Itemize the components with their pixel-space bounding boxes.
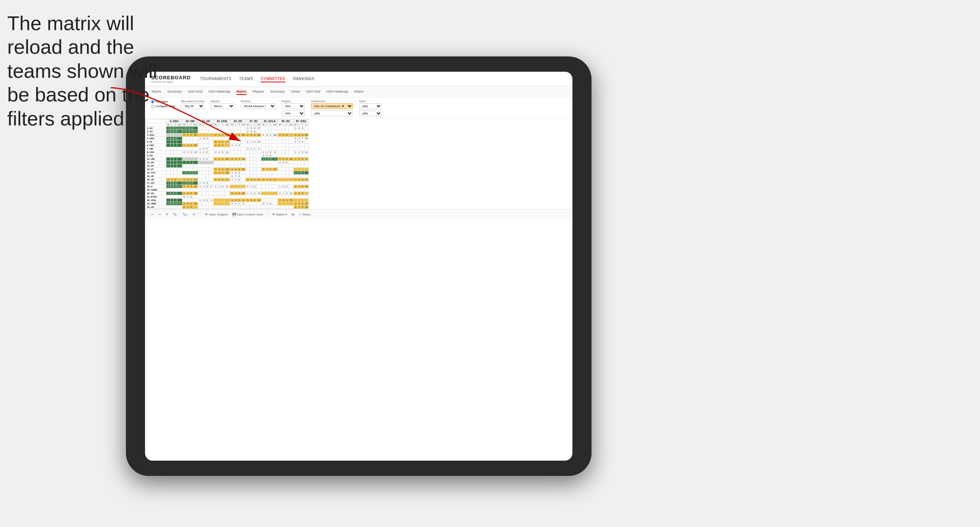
refresh-button[interactable]: ⏱ (192, 213, 195, 216)
matrix-cell-w (293, 188, 298, 192)
matrix-cell-w: 1 (293, 127, 298, 130)
matrix-cell-l: 1 (266, 202, 269, 206)
matrix-cell-t (205, 192, 209, 195)
matrix-cell-w (261, 140, 266, 144)
matrix-cell-dif (289, 206, 293, 209)
matrix-cell-dif (289, 161, 293, 164)
matrix-cell-dif (177, 199, 182, 202)
table-row: 11. UA340 (145, 161, 309, 164)
region-select[interactable]: N/A East West (282, 103, 305, 109)
matrix-cell-dif (177, 195, 182, 199)
matrix-cell-dif (304, 192, 309, 195)
matrix-cell-t (269, 185, 272, 188)
matrix-cell-w: 1 (293, 178, 298, 182)
zoom-in-button[interactable]: 🔍+ (182, 213, 188, 216)
matrix-cell-dif (177, 161, 182, 164)
matrix-cell-l (282, 206, 285, 209)
matrix-cell-t: 0 (237, 175, 241, 178)
save-custom-button[interactable]: 💾 Save Custom View (232, 213, 263, 216)
matrix-cell-t (221, 164, 224, 168)
watch-button[interactable]: 👁 Watch ▾ (272, 213, 287, 216)
matrix-cell-dif (224, 199, 230, 202)
matrix-cell-dif (256, 137, 261, 140)
matrix-cell-dif (272, 130, 278, 133)
matrix-cell-t (205, 168, 209, 171)
matrix-cell-w (246, 171, 250, 175)
team-select[interactable]: (All) (359, 103, 382, 109)
matrix-cell-w (278, 127, 282, 130)
matrix-cell-l: 0 (186, 202, 190, 206)
matrix-cell-w: 0 (166, 192, 171, 195)
matrix-cell-t (221, 175, 224, 178)
matrix-cell-dif (193, 161, 198, 164)
matrix-cell-dif (224, 206, 230, 209)
share-button[interactable]: ↗ Share (299, 213, 311, 216)
redo-button[interactable]: ↪ (158, 213, 161, 216)
matrix-cell-l (170, 199, 174, 202)
group-button[interactable]: ⊞ (292, 213, 294, 216)
reset-button[interactable]: ↺ (166, 213, 168, 216)
matrix-cell-t (301, 168, 304, 171)
undo-button[interactable]: ↩ (151, 213, 154, 216)
matrix-cell-t (253, 202, 256, 206)
matrix-cell-dif (177, 171, 182, 175)
nav-committee[interactable]: COMMITTEE (261, 76, 285, 82)
matrix-cell-l: 4 (234, 199, 238, 202)
matrix-cell-l: 3 (202, 199, 206, 202)
matrix-cell-dif: 27 (256, 127, 261, 130)
matrix-cell-t: 0 (190, 185, 193, 188)
matrix-cell-l (218, 175, 221, 178)
matrix-cell-dif (272, 171, 278, 175)
matrix-cell-t (269, 199, 272, 202)
matrix-cell-t: 0 (301, 185, 304, 188)
nav-rankings[interactable]: RANKINGS (293, 76, 314, 82)
matrix-cell-w: 2 (166, 185, 171, 188)
matrix-cell-l: 2 (250, 199, 253, 202)
matrix-cell-l: 1 (186, 195, 190, 199)
matrix-cell-l (170, 164, 174, 168)
team-select-2[interactable]: (All) (359, 111, 382, 116)
matrix-cell-w: 0 (278, 157, 282, 161)
matrix-cell-w (182, 168, 186, 171)
matrix-cell-l (298, 161, 301, 164)
matrix-cell-dif (256, 151, 261, 154)
team-name-cell: 21. ETSU (145, 195, 166, 199)
sub-nav-h2h-grid2[interactable]: H2H Grid (306, 89, 321, 95)
team-name-cell: 15. UF (145, 175, 166, 178)
matrix-cell-w: 1 (293, 202, 298, 206)
matrix-cell-dif (304, 130, 309, 133)
matrix-cell-l: 0 (170, 185, 174, 188)
matrix-cell-w (261, 199, 266, 202)
matrix-cell-dif: 0 (241, 199, 246, 202)
matrix-cell-l: 0 (234, 202, 238, 206)
matrix-cell-w: 1 (293, 151, 298, 154)
matrix-cell-t (253, 164, 256, 168)
sub-nav-summary2[interactable]: Summary (270, 89, 285, 95)
matrix-cell-dif (224, 161, 230, 164)
matrix-cell-dif: 22 (256, 140, 261, 144)
matrix-cell-l: 2 (298, 157, 301, 161)
matrix-cell-dif (256, 202, 261, 206)
matrix-cell-w: 1 (230, 178, 234, 182)
matrix-cell-t (174, 175, 177, 178)
table-row: 20. UG010100-38010231104001019100 (145, 192, 309, 195)
sub-nav-h2h-heatmap2[interactable]: H2H Heatmap (326, 89, 348, 95)
conference-select[interactable]: Pac-12 Conference ▼ (All) (311, 103, 353, 109)
table-row: 15. UF010 (145, 175, 309, 178)
matrix-cell-t (205, 175, 209, 178)
conference-select-2[interactable]: (All) (311, 111, 353, 116)
matrix-cell-w: 1 (293, 140, 298, 144)
matrix-cell-w (278, 140, 282, 144)
zoom-out-button[interactable]: 🔍- (173, 213, 178, 216)
sub-nav-detail[interactable]: Detail (291, 89, 300, 95)
matrix-cell-t (221, 202, 224, 206)
matrix-cell-t: 0 (221, 185, 224, 188)
matrix-cell-dif (289, 164, 293, 168)
matrix-cell-t (269, 164, 272, 168)
view-original-button[interactable]: 👁 View: Original (205, 213, 227, 216)
region-select-2[interactable]: N/A (282, 111, 305, 116)
matrix-cell-w (261, 182, 266, 185)
matrix-cell-dif (177, 168, 182, 171)
sub-nav-matrix2[interactable]: Matrix (354, 89, 364, 95)
matrix-cell-w (246, 195, 250, 199)
